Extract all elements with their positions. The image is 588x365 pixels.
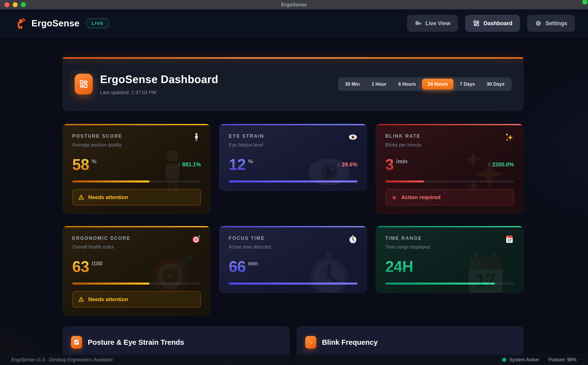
metric-value: 66 bbox=[229, 259, 246, 274]
metric-value: 24H bbox=[385, 259, 413, 274]
metric-label: BLINK RATE bbox=[385, 133, 514, 139]
dashboard-grid-icon bbox=[79, 79, 89, 89]
focus-time-card: FOCUS TIME Active time detected 66 min bbox=[219, 226, 367, 293]
hero-dashboard-icon bbox=[75, 74, 93, 95]
metric-progress-fill bbox=[385, 181, 424, 182]
metric-subtitle: Blinks per minute bbox=[385, 142, 514, 148]
card-accent-bar bbox=[63, 124, 210, 125]
page-title: ErgoSense Dashboard bbox=[100, 73, 218, 85]
window-title: ErgoSense bbox=[281, 2, 307, 7]
dashboard-content: ErgoSense Dashboard Last updated: 1:37:0… bbox=[0, 37, 588, 365]
siren-icon bbox=[391, 194, 398, 201]
main-nav: Live View Dashboard Settings bbox=[407, 15, 575, 32]
last-updated-text: Last updated: 1:37:02 PM bbox=[100, 90, 218, 95]
minimize-window-button[interactable] bbox=[13, 2, 18, 7]
nav-settings-label: Settings bbox=[546, 20, 567, 27]
system-status: System Active bbox=[503, 357, 539, 363]
metric-progress-track bbox=[229, 181, 357, 182]
metric-unit: min bbox=[248, 260, 258, 267]
metric-value: 58 bbox=[72, 157, 89, 172]
nav-live-view-label: Live View bbox=[425, 20, 450, 27]
metric-progress-track bbox=[72, 181, 201, 182]
traffic-lights bbox=[5, 2, 26, 7]
gear-icon bbox=[535, 20, 542, 27]
sparkles-icon bbox=[308, 339, 314, 345]
chart-increasing-icon bbox=[73, 339, 80, 345]
metric-subtitle: Overall health index bbox=[72, 244, 201, 250]
zoom-window-button[interactable] bbox=[21, 2, 26, 7]
time-range-1hour[interactable]: 1 Hour bbox=[366, 79, 392, 89]
eye-strain-card: EYE STRAIN Eye fatigue level 12 % ↑ 29.6… bbox=[219, 124, 367, 191]
status-bar-right: System Active Posture: 98% bbox=[503, 357, 577, 363]
chart-title: Blink Frequency bbox=[322, 338, 378, 346]
chart-header: Blink Frequency bbox=[305, 336, 515, 349]
nav-live-view-button[interactable]: Live View bbox=[407, 15, 458, 32]
time-range-card: TIME RANGE Time range displayed 24H bbox=[376, 226, 524, 293]
nav-settings-button[interactable]: Settings bbox=[527, 15, 575, 32]
system-active-dot bbox=[503, 358, 506, 362]
hero-accent-bar bbox=[63, 57, 523, 59]
metric-value-row: 3 /min ↑ 2200.0% bbox=[385, 157, 514, 172]
metric-alert: Action required bbox=[385, 189, 514, 205]
metric-subtitle: Time range displayed bbox=[385, 244, 514, 250]
metric-progress-track bbox=[229, 282, 357, 285]
stopwatch-icon bbox=[348, 234, 358, 244]
time-range-7days[interactable]: 7 Days bbox=[454, 79, 480, 89]
metric-label: EYE STRAIN bbox=[229, 133, 357, 139]
metric-unit: /100 bbox=[92, 260, 103, 267]
metric-value: 12 bbox=[229, 157, 246, 172]
metric-value-row: 24H bbox=[385, 259, 514, 274]
metric-alert: Needs attention bbox=[72, 189, 201, 205]
trend-up-arrow-icon: ↑ bbox=[178, 161, 181, 168]
chart-header: Posture & Eye Strain Trends bbox=[71, 336, 281, 349]
metrics-grid: POSTURE SCORE Average posture quality 58… bbox=[63, 124, 524, 316]
card-accent-bar bbox=[63, 226, 210, 227]
chart-icon-badge bbox=[71, 336, 82, 349]
metric-subtitle: Average posture quality bbox=[72, 142, 201, 148]
brand: ErgoSense LIVE bbox=[14, 17, 109, 30]
metric-value: 3 bbox=[385, 157, 394, 172]
metric-subtitle: Active time detected bbox=[229, 244, 357, 250]
metric-trend: ↑ 29.6% bbox=[337, 161, 357, 168]
metric-progress-fill bbox=[229, 181, 357, 182]
nav-dashboard-label: Dashboard bbox=[483, 20, 512, 27]
metric-alert-text: Action required bbox=[401, 194, 441, 201]
card-accent-bar bbox=[376, 226, 523, 227]
ergonomic-score-card: ERGONOMIC SCORE Overall health index 63 … bbox=[63, 226, 210, 316]
metric-unit: % bbox=[248, 158, 253, 165]
metric-progress-fill bbox=[229, 282, 357, 285]
time-range-30days[interactable]: 30 Days bbox=[481, 79, 510, 89]
metric-progress-track bbox=[385, 181, 514, 182]
app-version-text: ErgoSense v1.0 · Desktop Ergonomics Assi… bbox=[11, 357, 113, 363]
card-accent-bar bbox=[219, 124, 367, 125]
metric-value: 63 bbox=[72, 259, 89, 274]
person-standing-icon bbox=[191, 132, 201, 142]
metric-label: POSTURE SCORE bbox=[72, 133, 201, 139]
close-window-button[interactable] bbox=[5, 2, 9, 7]
sparkles-icon bbox=[504, 132, 514, 142]
metric-label: FOCUS TIME bbox=[229, 236, 357, 241]
eye-icon bbox=[348, 132, 358, 142]
window-titlebar: ErgoSense bbox=[0, 0, 588, 9]
hero-card: ErgoSense Dashboard Last updated: 1:37:0… bbox=[63, 57, 524, 111]
time-range-6hours[interactable]: 6 Hours bbox=[393, 79, 421, 89]
metric-progress-fill bbox=[72, 282, 149, 285]
target-icon bbox=[191, 234, 201, 244]
metric-unit: % bbox=[92, 158, 97, 165]
chart-icon-badge bbox=[305, 336, 316, 349]
chart-title: Posture & Eye Strain Trends bbox=[88, 338, 184, 346]
metric-label: ERGONOMIC SCORE bbox=[72, 236, 201, 241]
nav-dashboard-button[interactable]: Dashboard bbox=[465, 15, 520, 32]
metric-value-row: 66 min bbox=[229, 259, 357, 274]
metric-value-row: 12 % ↑ 29.6% bbox=[229, 157, 357, 172]
posture-score-card: POSTURE SCORE Average posture quality 58… bbox=[63, 124, 210, 214]
hero-text: ErgoSense Dashboard Last updated: 1:37:0… bbox=[100, 73, 218, 95]
warning-icon bbox=[78, 296, 84, 303]
live-status-badge: LIVE bbox=[86, 18, 109, 28]
card-accent-bar bbox=[219, 226, 367, 227]
time-range-24hours[interactable]: 24 Hours bbox=[422, 79, 453, 89]
blink-rate-card: BLINK RATE Blinks per minute 3 /min ↑ 22… bbox=[376, 124, 524, 214]
metric-progress-fill bbox=[385, 282, 495, 285]
metric-trend: ↑ 2200.0% bbox=[488, 161, 514, 168]
time-range-30min[interactable]: 30 Min bbox=[339, 79, 365, 89]
